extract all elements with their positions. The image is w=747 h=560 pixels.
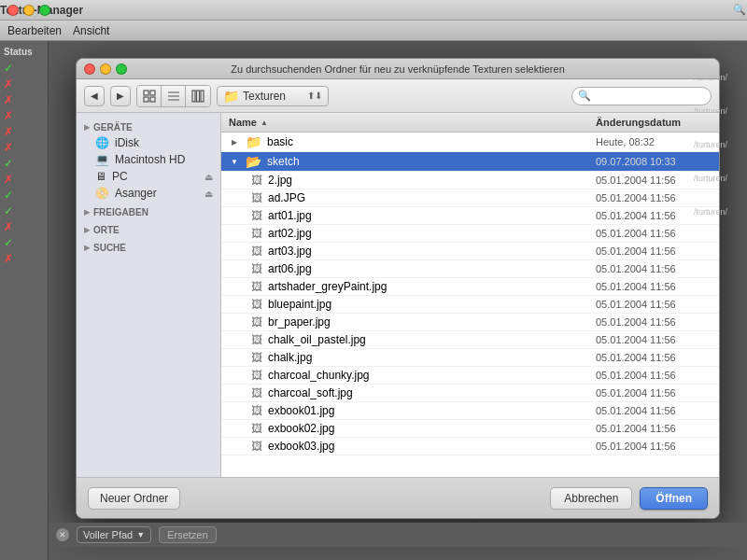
menu-ansicht[interactable]: Ansicht [73,24,109,37]
file-row[interactable]: 🖼 2.jpg 05.01.2004 11:56 [221,172,719,189]
forward-button[interactable]: ▶ [110,86,131,106]
file-row[interactable]: 🖼 art02.jpg 05.01.2004 11:56 [221,225,719,243]
right-labels: /turturen/ /turturen/ /turturen/ /turtur… [691,69,747,220]
sort-arrow: ▲ [261,119,268,127]
file-name: bluepaint.jpg [268,298,331,311]
file-name: basic [267,135,293,148]
path-label: /turturen/ [691,136,747,153]
file-row[interactable]: 🖼 bluepaint.jpg 05.01.2004 11:56 [221,296,719,314]
file-row-sketch[interactable]: ▼ 📂 sketch 09.07.2008 10:33 [221,152,719,172]
menu-bearbeiten[interactable]: Bearbeiten [7,24,62,37]
col-name[interactable]: Name ▲ [221,115,588,130]
svg-rect-3 [150,97,155,102]
file-icon: 🖼 [251,191,262,204]
file-list[interactable]: Name ▲ Änderungsdatum ▶ 📁 basic Heute, 0… [221,113,719,477]
sidebar-section-header-geraete[interactable]: ▶ GERÄTE [77,120,220,134]
status-item: ✗ [4,172,44,187]
expand-icon: ▶ [84,226,90,234]
file-icon: 🖼 [251,440,262,453]
sidebar-item-asanger[interactable]: 📀 Asanger ⏏ [77,185,220,202]
dialog-toolbar: ◀ ▶ [77,79,719,113]
location-dropdown[interactable]: 📁 Texturen ⬆⬇ [217,86,329,106]
sidebar-item-macintosh-hd[interactable]: 💻 Macintosh HD [77,151,220,168]
section-label: SUCHE [93,243,126,253]
file-name: charcoal_chunky.jpg [268,369,370,382]
status-item: ✗ [4,77,44,91]
global-search-icon[interactable]: 🔍 [732,3,747,18]
file-row[interactable]: 🖼 chalk.jpg 05.01.2004 11:56 [221,349,719,367]
file-row[interactable]: 🖼 art01.jpg 05.01.2004 11:56 [221,207,719,225]
file-name: exbook03.jpg [268,440,334,453]
status-item: ✗ [4,219,44,234]
open-button[interactable]: Öffnen [640,487,708,510]
file-row[interactable]: 🖼 ad.JPG 05.01.2004 11:56 [221,189,719,207]
file-row[interactable]: 🖼 charcoal_chunky.jpg 05.01.2004 11:56 [221,367,719,385]
sidebar-section-header-freigaben[interactable]: ▶ FREIGABEN [77,205,220,219]
file-row[interactable]: 🖼 exbook01.jpg 05.01.2004 11:56 [221,402,719,420]
traffic-lights[interactable] [7,5,50,16]
dialog-traffic-lights[interactable] [84,63,127,75]
expand-icon: ▶ [84,208,90,217]
status-item: ✗ [4,92,44,107]
file-name: art03.jpg [268,245,312,258]
section-label: GERÄTE [93,122,133,133]
file-list-header: Name ▲ Änderungsdatum [221,113,719,133]
new-folder-button[interactable]: Neuer Ordner [88,487,180,510]
col-date[interactable]: Änderungsdatum [588,115,719,130]
sidebar-section-orte: ▶ ORTE [77,223,220,237]
back-button[interactable]: ◀ [84,86,105,106]
file-name: exbook02.jpg [268,422,334,435]
path-dropdown-arrow: ▼ [136,530,145,539]
file-date: 05.01.2004 11:56 [588,245,719,258]
file-date: 05.01.2004 11:56 [588,298,719,311]
grid-view-button[interactable] [137,86,162,106]
replace-button[interactable]: Ersetzen [159,526,216,543]
file-row[interactable]: 🖼 br_paper.jpg 05.01.2004 11:56 [221,314,719,331]
maximize-button[interactable] [39,5,50,16]
sidebar-item-pc[interactable]: 🖥 PC ⏏ [77,168,220,185]
file-row[interactable]: 🖼 chalk_oil_pastel.jpg 05.01.2004 11:56 [221,331,719,349]
status-item: ✗ [4,108,44,123]
file-name: art02.jpg [268,227,312,240]
file-icon: 🖼 [251,315,262,329]
col-name-label: Name [229,117,257,128]
svg-rect-0 [144,91,148,95]
search-icon: 🔍 [578,90,591,102]
menu-bar: Bearbeiten Ansicht [0,21,747,41]
file-row[interactable]: 🖼 artshader_greyPaint.jpg 05.01.2004 11:… [221,278,719,296]
sidebar-section-geraete: ▶ GERÄTE 🌐 iDisk 💻 Macintosh HD 🖥 [77,120,220,202]
hd-icon: 💻 [95,153,109,166]
expand-arrow: ▼ [229,156,240,167]
view-toggle[interactable] [136,85,211,107]
file-row-basic[interactable]: ▶ 📁 basic Heute, 08:32 [221,133,719,152]
dialog-maximize-button[interactable] [116,63,127,75]
path-selector[interactable]: Voller Pfad ▼ [77,526,151,543]
list-view-button[interactable] [162,86,186,106]
close-button[interactable] [7,5,19,16]
settings-icon[interactable]: ✕ [56,528,69,541]
sidebar-section-header-suche[interactable]: ▶ SUCHE [77,241,220,255]
dialog-minimize-button[interactable] [100,63,111,75]
file-row[interactable]: 🖼 art03.jpg 05.01.2004 11:56 [221,243,719,260]
disk-icon: 📀 [95,187,109,200]
sidebar-section-header-orte[interactable]: ▶ ORTE [77,223,220,237]
dialog-close-button[interactable] [84,63,95,75]
file-row[interactable]: 🖼 exbook03.jpg 05.01.2004 11:56 [221,438,719,455]
file-row[interactable]: 🖼 exbook02.jpg 05.01.2004 11:56 [221,420,719,438]
cancel-button[interactable]: Abbrechen [550,487,632,510]
file-date: 05.01.2004 11:56 [588,404,719,417]
folder-icon: 📂 [246,154,261,169]
section-label: ORTE [93,225,120,235]
minimize-button[interactable] [23,5,35,16]
eject-icon: ⏏ [204,172,213,182]
file-row[interactable]: 🖼 art06.jpg 05.01.2004 11:56 [221,260,719,278]
file-row[interactable]: 🖼 charcoal_soft.jpg 05.01.2004 11:56 [221,385,719,402]
sidebar-item-idisk[interactable]: 🌐 iDisk [77,134,220,151]
section-label: FREIGABEN [93,207,148,217]
svg-rect-9 [201,91,204,102]
column-view-button[interactable] [186,86,210,106]
status-list: ✓ ✗ ✗ ✗ ✗ ✗ ✓ ✗ ✓ ✓ ✗ ✓ ✗ [0,59,48,268]
file-date: 05.01.2004 11:56 [588,351,719,364]
sidebar-item-label: Macintosh HD [115,153,185,166]
file-date: 05.01.2004 11:56 [588,369,719,382]
